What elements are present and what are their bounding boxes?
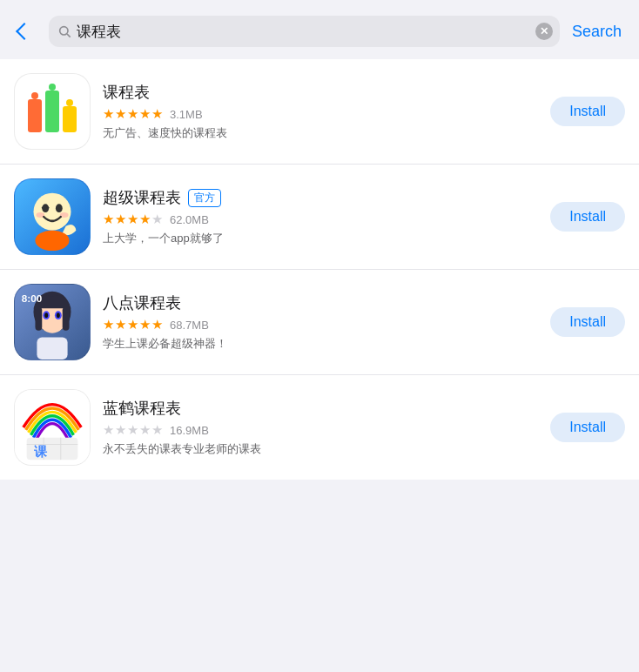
- back-chevron-icon: [16, 23, 33, 40]
- app-item: 超级课程表 官方 ★ ★ ★ ★ ★ 62.0MB 上大学，一个app就够了 I…: [0, 165, 639, 270]
- svg-point-0: [60, 27, 68, 35]
- app-item: 8:00 八点课程表 ★ ★ ★ ★ ★ 68.7MB 学生上课必备超级神器！ …: [0, 270, 639, 375]
- star-3: ★: [127, 422, 138, 438]
- app-info: 八点课程表 ★ ★ ★ ★ ★ 68.7MB 学生上课必备超级神器！: [103, 292, 538, 352]
- svg-text:8:00: 8:00: [22, 292, 43, 304]
- search-button[interactable]: Search: [568, 19, 625, 44]
- app-icon-kechengbiao: [14, 73, 91, 150]
- app-icon-badianke: 8:00: [14, 284, 91, 360]
- back-button[interactable]: [9, 16, 40, 47]
- svg-point-10: [34, 193, 71, 231]
- app-size: 3.1MB: [170, 108, 203, 121]
- install-button-kechengbiao[interactable]: Install: [550, 97, 625, 126]
- install-button-badianke[interactable]: Install: [550, 307, 625, 337]
- app-name: 蓝鹤课程表: [103, 398, 181, 419]
- svg-rect-19: [35, 306, 42, 330]
- star-1: ★: [103, 212, 114, 227]
- star-4: ★: [139, 422, 151, 438]
- app-desc: 无广告、速度快的课程表: [103, 125, 538, 141]
- svg-point-23: [44, 312, 48, 318]
- app-name: 八点课程表: [103, 292, 181, 313]
- app-name: 课程表: [103, 82, 150, 103]
- svg-rect-25: [37, 338, 67, 360]
- app-item: 课 蓝鹤课程表 ★ ★ ★ ★ ★ 16.9MB 永不丢失的课表专业老师的课表 …: [0, 375, 639, 480]
- app-icon-lanhe: 课: [14, 389, 91, 466]
- app-size: 62.0MB: [170, 213, 209, 226]
- svg-point-7: [49, 84, 56, 91]
- star-1: ★: [103, 317, 114, 333]
- star-5: ★: [151, 212, 163, 227]
- star-2: ★: [115, 317, 126, 333]
- app-desc: 上大学，一个app就够了: [103, 231, 538, 246]
- rating-row: ★ ★ ★ ★ ★ 68.7MB: [103, 317, 538, 333]
- star-2: ★: [115, 106, 126, 122]
- svg-point-8: [66, 99, 73, 106]
- app-name: 超级课程表: [103, 187, 181, 208]
- svg-line-1: [67, 34, 71, 37]
- svg-rect-20: [63, 306, 70, 330]
- rating-row: ★ ★ ★ ★ ★ 3.1MB: [103, 106, 538, 122]
- rating-row: ★ ★ ★ ★ ★ 62.0MB: [103, 212, 538, 227]
- rating-row: ★ ★ ★ ★ ★ 16.9MB: [103, 422, 538, 438]
- clear-button[interactable]: ✕: [535, 23, 553, 40]
- star-5: ★: [151, 422, 163, 438]
- star-3: ★: [127, 106, 138, 122]
- star-2: ★: [115, 212, 126, 227]
- svg-text:课: 课: [34, 445, 48, 459]
- header: ✕ Search: [0, 0, 639, 59]
- star-3: ★: [127, 212, 138, 227]
- svg-point-6: [31, 92, 38, 99]
- star-5: ★: [151, 106, 163, 122]
- svg-rect-5: [63, 106, 77, 132]
- app-desc: 永不丢失的课表专业老师的课表: [103, 441, 538, 457]
- search-input[interactable]: [77, 23, 528, 40]
- star-2: ★: [115, 422, 126, 438]
- star-5: ★: [151, 317, 163, 333]
- stars: ★ ★ ★ ★ ★: [103, 106, 163, 122]
- app-desc: 学生上课必备超级神器！: [103, 336, 538, 352]
- app-name-row: 蓝鹤课程表: [103, 398, 538, 419]
- install-button-super[interactable]: Install: [550, 202, 625, 232]
- app-list: 课程表 ★ ★ ★ ★ ★ 3.1MB 无广告、速度快的课程表 Install: [0, 59, 639, 480]
- app-info: 课程表 ★ ★ ★ ★ ★ 3.1MB 无广告、速度快的课程表: [103, 82, 538, 141]
- official-badge: 官方: [188, 189, 221, 207]
- svg-point-12: [56, 204, 63, 212]
- svg-point-24: [57, 312, 60, 318]
- stars: ★ ★ ★ ★ ★: [103, 212, 163, 227]
- app-name-row: 课程表: [103, 82, 538, 103]
- star-3: ★: [127, 317, 138, 333]
- clear-icon: ✕: [540, 26, 548, 37]
- svg-rect-3: [28, 99, 42, 132]
- stars: ★ ★ ★ ★ ★: [103, 317, 163, 333]
- star-4: ★: [139, 106, 151, 122]
- svg-rect-4: [45, 91, 59, 132]
- app-info: 超级课程表 官方 ★ ★ ★ ★ ★ 62.0MB 上大学，一个app就够了: [103, 187, 538, 246]
- star-4: ★: [139, 212, 151, 227]
- app-icon-super: [14, 178, 91, 255]
- svg-point-15: [35, 231, 69, 251]
- app-info: 蓝鹤课程表 ★ ★ ★ ★ ★ 16.9MB 永不丢失的课表专业老师的课表: [103, 398, 538, 457]
- star-4: ★: [139, 317, 151, 333]
- search-icon: [57, 24, 71, 38]
- star-1: ★: [103, 422, 114, 438]
- app-name-row: 超级课程表 官方: [103, 187, 538, 208]
- star-1: ★: [103, 106, 114, 122]
- app-item: 课程表 ★ ★ ★ ★ ★ 3.1MB 无广告、速度快的课程表 Install: [0, 59, 639, 165]
- stars: ★ ★ ★ ★ ★: [103, 422, 163, 438]
- search-bar: ✕: [49, 16, 560, 47]
- app-size: 16.9MB: [170, 424, 209, 437]
- install-button-lanhe[interactable]: Install: [550, 413, 625, 442]
- app-size: 68.7MB: [170, 319, 209, 332]
- app-name-row: 八点课程表: [103, 292, 538, 313]
